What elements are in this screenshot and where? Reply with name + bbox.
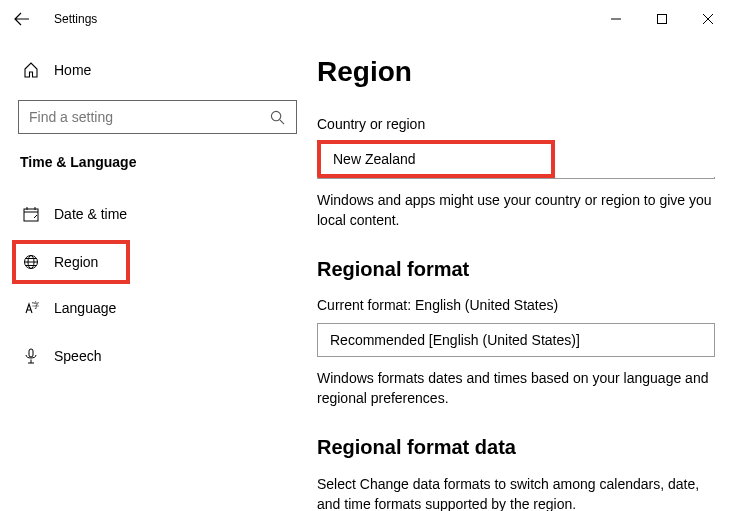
nav-region-label: Region (54, 254, 98, 270)
minimize-button[interactable] (593, 3, 639, 35)
svg-text:字: 字 (32, 301, 39, 310)
calendar-icon (20, 206, 42, 222)
nav-home[interactable]: Home (18, 50, 297, 90)
home-icon (20, 62, 42, 78)
nav-speech[interactable]: Speech (18, 336, 297, 376)
nav-home-label: Home (54, 62, 91, 78)
search-icon (270, 110, 286, 125)
search-field[interactable] (29, 109, 270, 125)
regional-format-heading: Regional format (317, 258, 715, 281)
maximize-button[interactable] (639, 3, 685, 35)
nav-language[interactable]: 字 Language (18, 288, 297, 328)
svg-rect-6 (29, 349, 33, 357)
globe-icon (20, 254, 42, 270)
sidebar: Home Time & Language Date & time (0, 38, 315, 511)
microphone-icon (20, 348, 42, 364)
svg-rect-0 (658, 15, 667, 24)
sidebar-category-header: Time & Language (18, 154, 297, 170)
close-button[interactable] (685, 3, 731, 35)
main-content: Region Country or region New Zealand Win… (315, 38, 731, 511)
nav-date-time[interactable]: Date & time (18, 194, 297, 234)
country-dropdown[interactable]: New Zealand (317, 140, 555, 178)
country-helper-text: Windows and apps might use your country … (317, 191, 715, 230)
nav-language-label: Language (54, 300, 116, 316)
svg-point-1 (271, 111, 280, 120)
svg-rect-2 (24, 209, 38, 221)
arrow-left-icon (14, 11, 30, 27)
language-icon: 字 (20, 300, 42, 316)
regional-format-data-heading: Regional format data (317, 436, 715, 459)
search-input[interactable] (18, 100, 297, 134)
nav-speech-label: Speech (54, 348, 101, 364)
sidebar-nav: Date & time Region 字 Language (18, 194, 297, 384)
window-controls (593, 3, 731, 35)
country-label: Country or region (317, 116, 715, 132)
country-dropdown-border (317, 177, 715, 179)
format-dropdown[interactable]: Recommended [English (United States)] (317, 323, 715, 357)
page-heading: Region (317, 56, 715, 88)
regional-format-data-helper: Select Change data formats to switch amo… (317, 475, 715, 511)
back-button[interactable] (0, 0, 44, 38)
maximize-icon (657, 14, 667, 24)
close-icon (703, 14, 713, 24)
window-title: Settings (54, 12, 97, 26)
minimize-icon (611, 14, 621, 24)
country-dropdown-value: New Zealand (333, 151, 416, 167)
current-format-label: Current format: English (United States) (317, 297, 715, 313)
titlebar: Settings (0, 0, 731, 38)
nav-date-time-label: Date & time (54, 206, 127, 222)
format-dropdown-value: Recommended [English (United States)] (330, 332, 580, 348)
format-helper-text: Windows formats dates and times based on… (317, 369, 715, 408)
nav-region[interactable]: Region (12, 240, 130, 284)
